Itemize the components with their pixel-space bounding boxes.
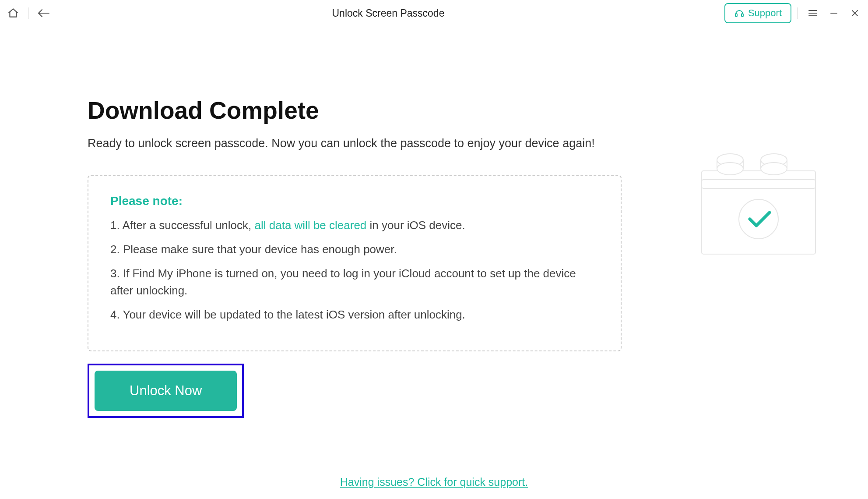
- minimize-icon: [829, 9, 838, 18]
- close-icon: [850, 9, 859, 18]
- back-button[interactable]: [35, 4, 52, 22]
- note-item-1: 1. After a successful unlock, all data w…: [110, 217, 599, 234]
- svg-point-19: [739, 199, 778, 239]
- svg-rect-2: [741, 14, 743, 17]
- page-subheading: Ready to unlock screen passcode. Now you…: [88, 137, 622, 150]
- divider: [798, 7, 798, 19]
- menu-button[interactable]: [804, 4, 822, 22]
- svg-point-12: [717, 163, 743, 175]
- support-button[interactable]: Support: [724, 3, 791, 23]
- titlebar-left: [4, 4, 52, 22]
- svg-rect-1: [735, 14, 737, 17]
- minimize-button[interactable]: [825, 4, 843, 22]
- note-box: Please note: 1. After a successful unloc…: [88, 175, 622, 351]
- note-item-1-highlight: all data will be cleared: [255, 219, 367, 232]
- divider: [28, 7, 28, 19]
- page-heading: Download Complete: [88, 96, 622, 124]
- home-icon: [7, 7, 19, 19]
- main-column: Download Complete Ready to unlock screen…: [88, 96, 622, 418]
- package-check-icon: [689, 136, 829, 267]
- titlebar-right: Support: [724, 3, 864, 23]
- note-item-1-prefix: 1. After a successful unlock,: [110, 219, 255, 232]
- close-button[interactable]: [846, 4, 864, 22]
- svg-point-16: [761, 163, 787, 175]
- content-area: Download Complete Ready to unlock screen…: [0, 26, 868, 418]
- illustration-box-check: [689, 136, 829, 267]
- titlebar: Unlock Screen Passcode Support: [0, 0, 868, 26]
- unlock-now-button[interactable]: Unlock Now: [95, 371, 237, 411]
- note-title: Please note:: [110, 194, 599, 208]
- hamburger-icon: [808, 8, 818, 18]
- arrow-left-icon: [37, 8, 50, 18]
- note-item-3: 3. If Find My iPhone is turned on, you n…: [110, 265, 599, 299]
- note-item-2: 2. Please make sure that your device has…: [110, 241, 599, 258]
- note-item-4: 4. Your device will be updated to the la…: [110, 306, 599, 323]
- note-item-1-suffix: in your iOS device.: [366, 219, 465, 232]
- home-button[interactable]: [4, 4, 22, 22]
- unlock-highlight-frame: Unlock Now: [88, 364, 244, 418]
- headset-icon: [734, 8, 745, 18]
- window-title: Unlock Screen Passcode: [52, 7, 724, 19]
- footer-support-link[interactable]: Having issues? Click for quick support.: [340, 476, 528, 488]
- support-button-label: Support: [748, 7, 782, 19]
